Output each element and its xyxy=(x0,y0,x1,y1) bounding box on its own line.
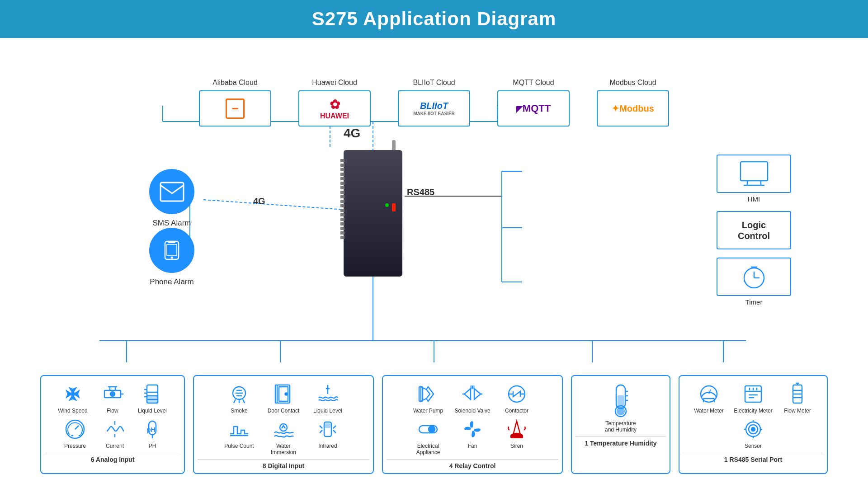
mqtt-box: ◤MQTT xyxy=(497,90,570,127)
svg-rect-90 xyxy=(510,435,523,438)
huawei-box: ✿ HUAWEI xyxy=(298,90,371,127)
cloud-bliiot: BLIIoT Cloud BLIIoT MAKE IIOT EASIER xyxy=(398,79,470,127)
svg-point-122 xyxy=(751,427,755,431)
flow-label: Flow xyxy=(107,408,118,414)
fan-item: Fan xyxy=(452,418,493,455)
page-header: S275 Application Diagram xyxy=(0,0,868,38)
water-pump-label: Water Pump xyxy=(413,408,443,414)
contactor-item: Contactor xyxy=(496,382,537,414)
svg-point-32 xyxy=(71,392,75,396)
temp-title: 1 Temperature Humidity xyxy=(576,436,666,447)
rs485-port-group: Water Meter Electricity xyxy=(679,375,828,474)
current-item: Current xyxy=(98,418,132,449)
sensor-item: Sensor xyxy=(733,418,774,449)
water-pump-item: Water Pump xyxy=(408,382,448,414)
svg-rect-22 xyxy=(160,183,184,201)
analog-title: 6 Analog Input xyxy=(45,453,180,463)
digital-title: 8 Digital Input xyxy=(198,459,369,469)
relay-control-group: Water Pump Solenoid Valve xyxy=(382,375,563,474)
smoke-label: Smoke xyxy=(231,408,247,414)
electrical-appliance-item: Electrical Appliance xyxy=(408,418,448,455)
mqtt-label: MQTT Cloud xyxy=(513,79,554,87)
liquid-level2-item: Liquid Level xyxy=(307,382,348,414)
svg-text:pH: pH xyxy=(147,426,156,433)
sms-alarm-icon xyxy=(149,169,194,214)
water-immersion-item: Water Immersion xyxy=(263,418,304,455)
svg-point-37 xyxy=(110,392,115,396)
sms-alarm-label: SMS Alarm xyxy=(152,219,191,228)
svg-point-94 xyxy=(617,408,624,415)
bliiot-box: BLIIoT MAKE IIOT EASIER xyxy=(398,90,470,127)
cloud-alibaba: Alibaba Cloud − xyxy=(199,79,271,127)
svg-rect-93 xyxy=(618,396,623,408)
wind-speed-label: Wind Speed xyxy=(58,408,87,414)
electricity-meter-label: Electricity Meter xyxy=(734,408,772,414)
ph-label: PH xyxy=(149,443,156,449)
svg-line-48 xyxy=(75,426,79,429)
fan-label: Fan xyxy=(468,443,477,449)
water-immersion-label: Water Immersion xyxy=(263,443,304,455)
temp-humidity-item: Temperatureand Humidity xyxy=(594,382,648,433)
page-title: S275 Application Diagram xyxy=(312,8,557,29)
svg-rect-74 xyxy=(326,424,330,427)
pressure-item: Pressure xyxy=(56,418,94,449)
gateway-device xyxy=(344,150,402,277)
flow-meter-item: Flow Meter xyxy=(777,382,818,414)
phone-alarm-section: Phone Alarm xyxy=(149,228,194,286)
flow-meter-label: Flow Meter xyxy=(784,408,811,414)
huawei-label: Huawei Cloud xyxy=(312,79,357,87)
ph-item: pH PH xyxy=(136,418,170,449)
svg-rect-24 xyxy=(741,162,768,181)
digital-input-group: Smoke Door Contact xyxy=(193,375,374,474)
cloud-section: Alibaba Cloud − Huawei Cloud ✿ HUAWEI xyxy=(0,65,868,127)
phone-alarm-icon xyxy=(149,228,194,273)
solenoid-valve-item: Solenoid Valve xyxy=(452,382,493,414)
infrared-item: Infrared xyxy=(307,418,348,455)
alibaba-logo: − xyxy=(226,99,244,119)
rs485-timer: Timer xyxy=(717,258,791,306)
cloud-huawei: Huawei Cloud ✿ HUAWEI xyxy=(298,79,371,127)
electrical-appliance-label: Electrical Appliance xyxy=(408,443,448,455)
timer-label: Timer xyxy=(745,298,763,306)
svg-point-88 xyxy=(429,426,435,432)
bottom-section: Wind Speed Flow xyxy=(0,375,868,474)
electricity-meter-item: Electricity Meter xyxy=(733,382,774,414)
water-meter-item: Water Meter xyxy=(689,382,729,414)
pulse-count-item: Pulse Count xyxy=(219,418,259,455)
door-contact-label: Door Contact xyxy=(268,408,300,414)
modbus-logo: ✦Modbus xyxy=(612,103,654,114)
svg-line-77 xyxy=(333,426,336,428)
fourgee-line-label: 4G xyxy=(253,196,265,206)
door-contact-item: Door Contact xyxy=(263,382,304,414)
svg-point-65 xyxy=(285,393,288,395)
modbus-label: Modbus Cloud xyxy=(609,79,656,87)
smoke-item: Smoke xyxy=(219,382,259,414)
flow-item: Flow xyxy=(96,382,130,414)
analog-input-group: Wind Speed Flow xyxy=(40,375,185,474)
svg-point-23 xyxy=(171,257,173,259)
main-content: Alibaba Cloud − Huawei Cloud ✿ HUAWEI xyxy=(0,38,868,485)
sensor-label: Sensor xyxy=(745,443,762,449)
bliiot-label: BLIIoT Cloud xyxy=(413,79,455,87)
siren-label: Siren xyxy=(510,443,523,449)
alibaba-box: − xyxy=(199,90,271,127)
temp-humidity-label: Temperatureand Humidity xyxy=(605,420,637,433)
water-meter-label: Water Meter xyxy=(694,408,724,414)
svg-rect-43 xyxy=(147,396,158,403)
svg-line-76 xyxy=(320,430,322,433)
rs485-label: RS485 xyxy=(407,187,434,197)
rs485-port-title: 1 RS485 Serial Port xyxy=(683,453,823,463)
sms-alarm-section: SMS Alarm xyxy=(149,169,194,228)
rs485-logic: LogicControl xyxy=(717,211,791,249)
svg-point-89 xyxy=(471,427,474,431)
logic-control-label: LogicControl xyxy=(738,220,770,241)
solenoid-valve-label: Solenoid Valve xyxy=(454,408,490,414)
mqtt-logo: ◤MQTT xyxy=(516,103,551,114)
svg-line-57 xyxy=(234,399,236,403)
contactor-label: Contactor xyxy=(505,408,528,414)
liquid-level-item: Liquid Level xyxy=(133,382,172,414)
wind-speed-item: Wind Speed xyxy=(54,382,92,414)
pulse-count-label: Pulse Count xyxy=(224,443,254,449)
siren-item: Siren xyxy=(496,418,537,455)
infrared-label: Infrared xyxy=(318,443,337,449)
